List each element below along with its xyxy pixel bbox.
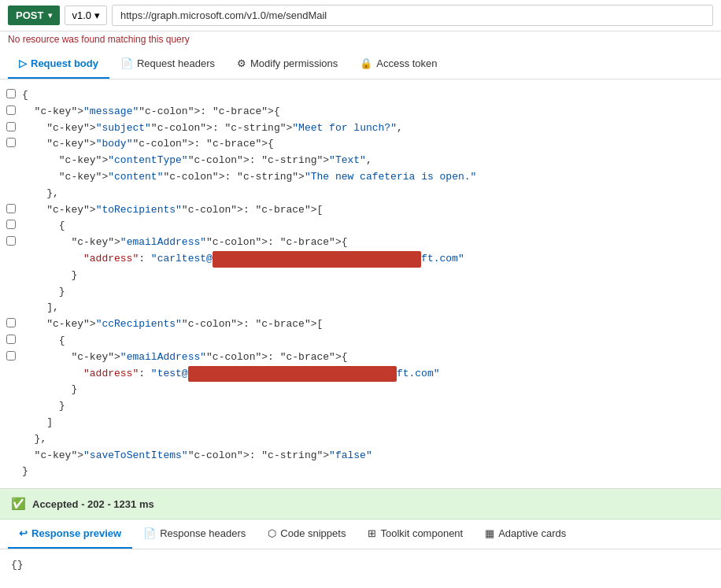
- line-checkbox-input[interactable]: [6, 220, 16, 229]
- line-checkbox-cell: [0, 464, 22, 465]
- accepted-icon: ✅: [11, 497, 26, 511]
- line-content: ]: [22, 415, 713, 431]
- version-dropdown[interactable]: v1.0 ▾: [65, 6, 107, 25]
- request-body-icon: ▷: [19, 57, 27, 69]
- line-checkbox-cell: [0, 284, 22, 286]
- line-checkbox-cell: [0, 333, 22, 344]
- url-input[interactable]: [112, 5, 713, 26]
- line-checkbox-cell: [0, 366, 22, 368]
- access-token-label: Access token: [376, 57, 437, 69]
- line-content: {: [22, 218, 713, 235]
- response-tabs: ↩Response preview📄Response headers⬡Code …: [0, 520, 721, 549]
- line-checkbox-cell: [0, 382, 22, 383]
- code-line: {: [0, 333, 713, 349]
- tab-code-snippets[interactable]: ⬡Code snippets: [257, 520, 357, 549]
- version-label: v1.0: [72, 9, 91, 21]
- response-body: {}: [0, 549, 721, 582]
- tab-adaptive-cards[interactable]: ▦Adaptive cards: [474, 520, 577, 549]
- method-dropdown[interactable]: POST ▾: [8, 6, 60, 25]
- tab-request-headers[interactable]: 📄Request headers: [109, 50, 226, 79]
- code-line: "address": "carltest@ ft.com": [0, 251, 713, 268]
- request-tabs: ▷Request body📄Request headers⚙Modify per…: [0, 50, 721, 80]
- response-headers-icon: 📄: [143, 527, 156, 539]
- line-content: "c-key">"contentType""c-colon">: "c-stri…: [22, 153, 713, 169]
- tab-access-token[interactable]: 🔒Access token: [349, 50, 448, 79]
- code-line: }: [0, 284, 713, 301]
- line-checkbox-input[interactable]: [6, 89, 16, 98]
- line-checkbox-cell: [0, 186, 22, 187]
- code-line: {: [0, 218, 713, 235]
- line-content: "address": "test@ ft.com": [22, 366, 713, 383]
- code-line: "c-key">"content""c-colon">: "c-string">…: [0, 169, 713, 186]
- code-line: },: [0, 431, 713, 448]
- top-bar: POST ▾ v1.0 ▾: [0, 0, 721, 31]
- line-content: "c-key">"emailAddress""c-colon">: "c-bra…: [22, 235, 713, 251]
- line-checkbox-input[interactable]: [6, 138, 16, 147]
- line-content: "c-key">"content""c-colon">: "c-string">…: [22, 169, 713, 186]
- code-line: }: [0, 268, 713, 284]
- line-checkbox-input[interactable]: [6, 105, 16, 115]
- line-checkbox-input[interactable]: [6, 318, 16, 327]
- line-checkbox-cell: [0, 120, 22, 131]
- code-line: }: [0, 464, 713, 480]
- code-line: "c-key">"body""c-colon">: "c-brace">{: [0, 136, 713, 153]
- line-content: "c-key">"body""c-colon">: "c-brace">{: [22, 136, 713, 153]
- method-chevron-icon: ▾: [48, 11, 52, 20]
- line-checkbox-input[interactable]: [6, 236, 16, 246]
- code-line: "c-key">"subject""c-colon">: "c-string">…: [0, 120, 713, 137]
- response-preview-icon: ↩: [19, 527, 28, 539]
- line-checkbox-input[interactable]: [6, 351, 16, 361]
- line-content: "c-key">"saveToSentItems""c-colon">: "c-…: [22, 448, 713, 464]
- tab-toolkit-component[interactable]: ⊞Toolkit component: [357, 520, 474, 549]
- code-line: }: [0, 398, 713, 415]
- line-checkbox-cell: [0, 268, 22, 269]
- line-content: ],: [22, 300, 713, 316]
- line-checkbox-cell: [0, 349, 22, 361]
- response-preview-label: Response preview: [31, 527, 121, 539]
- line-checkbox-input[interactable]: [6, 122, 16, 131]
- line-checkbox-cell: [0, 251, 22, 253]
- line-content: }: [22, 382, 713, 398]
- line-checkbox-input[interactable]: [6, 204, 16, 213]
- line-checkbox-cell: [0, 316, 22, 327]
- line-checkbox-cell: [0, 202, 22, 213]
- code-line: "c-key">"contentType""c-colon">: "c-stri…: [0, 153, 713, 169]
- version-chevron-icon: ▾: [94, 9, 100, 21]
- line-content: "c-key">"ccRecipients""c-colon">: "c-bra…: [22, 316, 713, 333]
- line-checkbox-cell: [0, 300, 22, 301]
- line-checkbox-cell: [0, 398, 22, 400]
- code-line: "c-key">"emailAddress""c-colon">: "c-bra…: [0, 349, 713, 366]
- code-line: },: [0, 186, 713, 202]
- line-content: }: [22, 464, 713, 480]
- line-content: {: [22, 87, 713, 104]
- modify-permissions-icon: ⚙: [237, 57, 246, 69]
- access-token-icon: 🔒: [360, 57, 372, 69]
- redacted-value: [213, 251, 421, 268]
- line-checkbox-cell: [0, 87, 22, 98]
- code-area: { "c-key">"message""c-colon">: "c-brace"…: [0, 80, 721, 489]
- line-content: "c-key">"emailAddress""c-colon">: "c-bra…: [22, 349, 713, 366]
- code-line: "c-key">"saveToSentItems""c-colon">: "c-…: [0, 448, 713, 464]
- line-content: "c-key">"subject""c-colon">: "c-string">…: [22, 120, 713, 137]
- tab-request-body[interactable]: ▷Request body: [8, 50, 109, 79]
- line-checkbox-cell: [0, 218, 22, 229]
- line-checkbox-cell: [0, 136, 22, 147]
- line-content: },: [22, 431, 713, 448]
- request-headers-label: Request headers: [137, 57, 215, 69]
- status-label: Accepted - 202 - 1231 ms: [32, 498, 154, 510]
- tab-response-preview[interactable]: ↩Response preview: [8, 520, 132, 549]
- response-headers-label: Response headers: [160, 527, 246, 539]
- tab-response-headers[interactable]: 📄Response headers: [132, 520, 257, 549]
- line-checkbox-cell: [0, 415, 22, 416]
- code-snippets-icon: ⬡: [268, 527, 276, 539]
- code-line: }: [0, 382, 713, 398]
- line-content: },: [22, 186, 713, 202]
- line-checkbox-input[interactable]: [6, 335, 16, 344]
- line-content: "address": "carltest@ ft.com": [22, 251, 713, 268]
- code-line: "c-key">"message""c-colon">: "c-brace">{: [0, 104, 713, 120]
- code-line: "c-key">"ccRecipients""c-colon">: "c-bra…: [0, 316, 713, 333]
- request-body-label: Request body: [31, 57, 98, 69]
- code-snippets-label: Code snippets: [280, 527, 346, 539]
- line-checkbox-cell: [0, 235, 22, 246]
- tab-modify-permissions[interactable]: ⚙Modify permissions: [226, 50, 349, 79]
